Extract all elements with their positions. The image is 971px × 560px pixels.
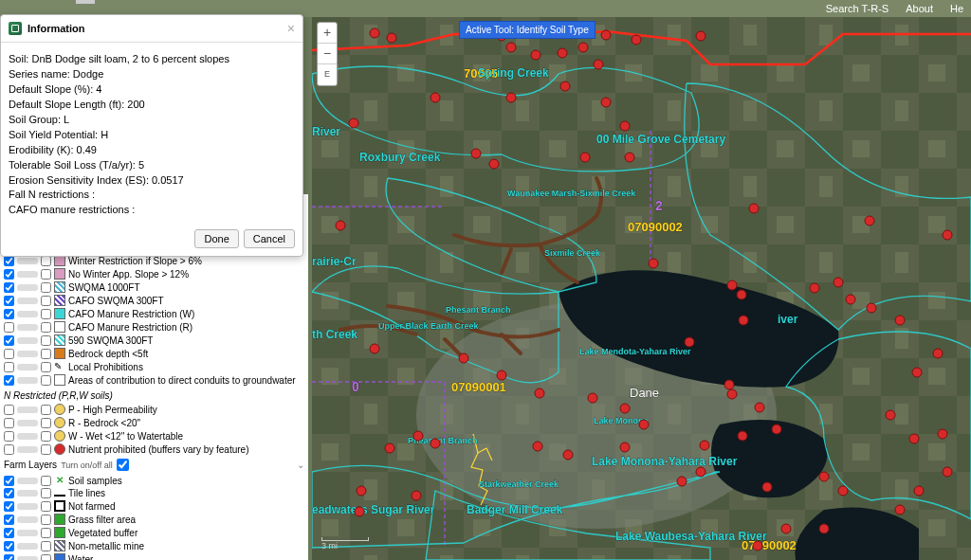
nutrient-prohibited-marker[interactable] bbox=[819, 524, 829, 533]
layer-visibility-checkbox[interactable] bbox=[4, 405, 14, 415]
nutrient-prohibited-marker[interactable] bbox=[625, 153, 634, 162]
layer-visibility-checkbox[interactable] bbox=[4, 431, 14, 442]
nutrient-prohibited-marker[interactable] bbox=[531, 50, 540, 60]
opacity-slider[interactable] bbox=[17, 420, 38, 426]
nutrient-prohibited-marker[interactable] bbox=[471, 149, 481, 158]
nutrient-prohibited-marker[interactable] bbox=[865, 216, 874, 226]
layer-visibility-checkbox[interactable] bbox=[4, 375, 14, 386]
nutrient-prohibited-marker[interactable] bbox=[601, 30, 611, 40]
layer-visibility-checkbox[interactable] bbox=[4, 335, 14, 346]
layer-visibility-checkbox[interactable] bbox=[4, 444, 14, 455]
nutrient-prohibited-marker[interactable] bbox=[336, 221, 345, 230]
nutrient-prohibited-marker[interactable] bbox=[696, 467, 705, 477]
map-viewport[interactable]: 70005Spring CreekRiverRoxbury Creek00 Mi… bbox=[312, 17, 971, 560]
nutrient-prohibited-marker[interactable] bbox=[497, 370, 506, 380]
opacity-slider[interactable] bbox=[17, 556, 38, 561]
opacity-slider[interactable] bbox=[17, 503, 38, 510]
nutrient-prohibited-marker[interactable] bbox=[738, 431, 747, 441]
layer-label-checkbox[interactable] bbox=[41, 528, 51, 538]
layer-label-checkbox[interactable] bbox=[41, 362, 51, 372]
zoom-in-button[interactable]: + bbox=[318, 23, 337, 44]
layer-visibility-checkbox[interactable] bbox=[4, 541, 14, 551]
dialog-titlebar[interactable]: Information × bbox=[1, 15, 302, 43]
layer-visibility-checkbox[interactable] bbox=[4, 269, 14, 280]
nutrient-prohibited-marker[interactable] bbox=[938, 429, 947, 439]
layer-visibility-checkbox[interactable] bbox=[4, 515, 14, 525]
layer-label-checkbox[interactable] bbox=[41, 296, 51, 306]
nutrient-prohibited-marker[interactable] bbox=[696, 31, 705, 41]
opacity-slider[interactable] bbox=[17, 284, 38, 291]
opacity-slider[interactable] bbox=[17, 490, 38, 497]
nutrient-prohibited-marker[interactable] bbox=[489, 159, 499, 169]
nutrient-prohibited-marker[interactable] bbox=[620, 404, 630, 413]
nutrient-prohibited-marker[interactable] bbox=[755, 403, 764, 412]
nutrient-prohibited-marker[interactable] bbox=[895, 505, 905, 515]
layer-visibility-checkbox[interactable] bbox=[4, 418, 14, 428]
nutrient-prohibited-marker[interactable] bbox=[506, 43, 516, 52]
nutrient-prohibited-marker[interactable] bbox=[506, 93, 516, 102]
layer-visibility-checkbox[interactable] bbox=[4, 362, 14, 372]
nutrient-prohibited-marker[interactable] bbox=[459, 353, 468, 363]
nutrient-prohibited-marker[interactable] bbox=[639, 420, 649, 429]
collapse-icon[interactable]: ⌄ bbox=[297, 460, 304, 470]
layer-visibility-checkbox[interactable] bbox=[4, 476, 14, 486]
search-trs-link[interactable]: Search T-R-S bbox=[826, 3, 889, 14]
layer-label-checkbox[interactable] bbox=[41, 269, 51, 280]
nutrient-prohibited-marker[interactable] bbox=[355, 507, 364, 516]
nutrient-prohibited-marker[interactable] bbox=[632, 35, 641, 45]
nutrient-prohibited-marker[interactable] bbox=[739, 316, 748, 325]
nutrient-prohibited-marker[interactable] bbox=[677, 477, 687, 486]
nutrient-prohibited-marker[interactable] bbox=[558, 48, 567, 58]
nutrient-prohibited-marker[interactable] bbox=[762, 482, 772, 492]
opacity-slider[interactable] bbox=[17, 543, 38, 550]
layer-label-checkbox[interactable] bbox=[41, 282, 51, 293]
nutrient-prohibited-marker[interactable] bbox=[413, 431, 423, 441]
layer-label-checkbox[interactable] bbox=[41, 476, 51, 486]
nutrient-prohibited-marker[interactable] bbox=[580, 153, 590, 162]
layer-visibility-checkbox[interactable] bbox=[4, 349, 14, 359]
opacity-slider[interactable] bbox=[17, 364, 38, 370]
layer-label-checkbox[interactable] bbox=[41, 515, 51, 525]
nutrient-prohibited-marker[interactable] bbox=[563, 450, 573, 460]
nutrient-prohibited-marker[interactable] bbox=[578, 43, 588, 52]
close-icon[interactable]: × bbox=[287, 21, 295, 36]
nutrient-prohibited-marker[interactable] bbox=[914, 486, 924, 496]
nutrient-prohibited-marker[interactable] bbox=[533, 442, 542, 451]
nutrient-prohibited-marker[interactable] bbox=[781, 524, 791, 533]
layer-visibility-checkbox[interactable] bbox=[4, 309, 14, 319]
opacity-slider[interactable] bbox=[17, 516, 38, 523]
opacity-slider[interactable] bbox=[17, 311, 38, 317]
nutrient-prohibited-marker[interactable] bbox=[737, 290, 746, 299]
opacity-slider[interactable] bbox=[17, 478, 38, 484]
cancel-button[interactable]: Cancel bbox=[244, 229, 295, 248]
layer-label-checkbox[interactable] bbox=[41, 488, 51, 498]
layer-label-checkbox[interactable] bbox=[41, 375, 51, 386]
layer-visibility-checkbox[interactable] bbox=[4, 528, 14, 538]
nutrient-prohibited-marker[interactable] bbox=[886, 410, 895, 420]
nutrient-prohibited-marker[interactable] bbox=[620, 121, 630, 131]
layer-label-checkbox[interactable] bbox=[41, 501, 51, 512]
layer-label-checkbox[interactable] bbox=[41, 335, 51, 346]
layer-label-checkbox[interactable] bbox=[41, 444, 51, 455]
nutrient-prohibited-marker[interactable] bbox=[933, 349, 943, 358]
nutrient-prohibited-marker[interactable] bbox=[431, 93, 440, 102]
nutrient-prohibited-marker[interactable] bbox=[357, 486, 366, 496]
zoom-extent-button[interactable]: E bbox=[318, 64, 337, 85]
zoom-out-button[interactable]: − bbox=[318, 44, 337, 64]
nutrient-prohibited-marker[interactable] bbox=[772, 425, 781, 434]
nutrient-prohibited-marker[interactable] bbox=[431, 439, 440, 448]
nutrient-prohibited-marker[interactable] bbox=[749, 204, 759, 213]
opacity-slider[interactable] bbox=[17, 298, 38, 304]
nutrient-prohibited-marker[interactable] bbox=[846, 295, 855, 304]
opacity-slider[interactable] bbox=[17, 530, 38, 536]
nutrient-prohibited-marker[interactable] bbox=[601, 98, 611, 107]
nutrient-prohibited-marker[interactable] bbox=[387, 33, 396, 43]
nutrient-prohibited-marker[interactable] bbox=[943, 467, 952, 477]
nutrient-prohibited-marker[interactable] bbox=[560, 81, 570, 91]
opacity-slider[interactable] bbox=[17, 446, 38, 453]
farm-layers-header[interactable]: Farm Layers Turn on/off all ⌄ bbox=[4, 456, 304, 474]
help-link[interactable]: He bbox=[950, 3, 963, 14]
nutrient-prohibited-marker[interactable] bbox=[943, 230, 952, 240]
layer-label-checkbox[interactable] bbox=[41, 554, 51, 561]
nutrient-prohibited-marker[interactable] bbox=[834, 278, 843, 287]
